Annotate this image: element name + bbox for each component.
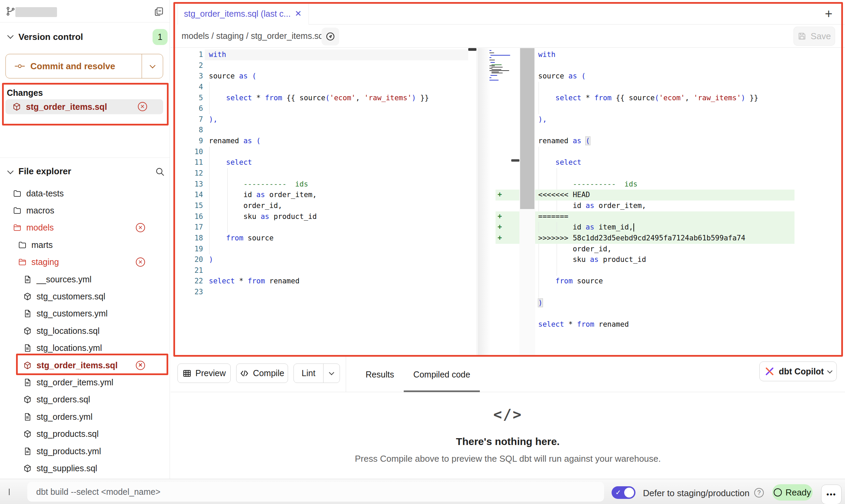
file-item-stg-products-yml[interactable]: stg_products.yml [0,443,170,460]
file-item-stg-locations-sql[interactable]: stg_locations.sql [0,322,170,339]
commit-and-resolve-main[interactable]: Commit and resolve [6,54,142,78]
line-number: 9 [171,137,203,145]
dbt-copilot-icon [764,366,775,376]
left-pane-scrollbar[interactable] [468,48,476,51]
file-item-stg-customers-sql[interactable]: stg_customers.sql [0,288,170,305]
folder-icon [13,206,22,215]
minimap-line [489,81,510,82]
code-text: with [538,50,556,59]
code-line-15: 15 order_id, [171,201,477,211]
code-text: sku as product_id [209,212,317,221]
scrollbar-thumb[interactable] [520,48,534,209]
file-item--sources-yml[interactable]: __sources.yml [0,271,170,288]
minimap-line [491,72,499,72]
code-text: select [209,158,252,166]
file-item-label: data-tests [26,189,64,198]
model-cube-icon [12,102,21,111]
commit-and-resolve-button[interactable]: Commit and resolve [5,54,163,78]
discard-change-icon[interactable]: ✕ [136,361,145,370]
code-line-19: 19 [171,244,477,255]
lineage-icon[interactable] [321,28,339,45]
save-button[interactable]: Save [793,27,835,46]
right-pane-scrollbar[interactable] [519,48,535,357]
minimap-line [489,70,509,71]
folder-open-icon [13,223,22,232]
file-item-label: stg_products.yml [37,446,101,456]
file-item-data-tests[interactable]: data-tests [0,185,170,202]
file-item-label: stg_customers.yml [37,309,108,318]
sidebar-border [170,0,170,479]
file-item-staging[interactable]: staging✕ [0,254,170,271]
preview-button[interactable]: Preview [177,364,231,383]
file-explorer-collapse-chevron[interactable] [7,168,13,174]
file-item-models[interactable]: models✕ [0,219,170,236]
code-text: ---------- ids [538,180,638,188]
minimap-line [489,77,491,78]
new-tab-button[interactable]: + [822,7,835,20]
discard-change-icon[interactable]: ✕ [136,257,145,267]
bottom-toolbar: Preview Compile Lint Results Compiled co… [171,357,845,392]
indent-guide [539,82,539,93]
minimap[interactable] [489,50,510,82]
lint-button[interactable]: Lint [294,364,323,383]
line-number: 18 [171,234,203,242]
code-text: with [209,50,226,59]
file-item-stg-products-sql[interactable]: stg_products.sql [0,426,170,443]
command-placeholder: dbt build --select <model_name> [36,487,160,497]
code-pane-original[interactable]: 1with23source as (45 select * from {{ so… [171,48,477,357]
file-item-macros[interactable]: macros [0,202,170,219]
file-item-stg-orders-yml[interactable]: stg_orders.yml [0,408,170,425]
file-item-stg-customers-yml[interactable]: stg_customers.yml [0,305,170,322]
minimap-line [489,56,510,57]
lint-dropdown-button[interactable] [323,364,340,383]
dbt-copilot-button[interactable]: dbt Copilot [759,361,837,381]
minimap-line [491,73,503,73]
folder-icon [13,189,22,198]
defer-label: Defer to staging/production [643,488,749,499]
file-item-stg-locations-yml[interactable]: stg_locations.yml [0,340,170,357]
file-item-stg-order-items-sql[interactable]: stg_order_items.sql✕ [0,357,170,374]
tab-compiled-code[interactable]: Compiled code [404,357,480,392]
doc-icon [23,309,32,318]
code-line-1: 1with [171,49,477,60]
changed-file-row[interactable]: stg_order_items.sql ✕ [5,99,163,114]
dbt-ide-app: Version control 1 Commit and resolve Cha… [0,0,845,504]
breadcrumb: models / staging / stg_order_items.sql [182,31,325,41]
discard-change-icon[interactable]: ✕ [138,102,147,111]
command-input[interactable]: dbt build --select <model_name> [27,482,604,502]
commit-dropdown-button[interactable] [142,54,163,78]
file-item-label: stg_order_items.yml [37,377,113,387]
collapse-command-bar-icon[interactable] [9,489,15,495]
help-icon[interactable]: ? [754,488,764,498]
line-number: 7 [171,115,203,123]
minimap-line [490,62,495,63]
more-options-button[interactable]: ••• [821,485,842,504]
minimap-line [489,54,510,54]
tab-stg-order-items[interactable]: stg_order_items.sql (last c... ✕ [177,3,309,25]
file-item-stg-orders-sql[interactable]: stg_orders.sql [0,391,170,408]
lint-split-button[interactable]: Lint [293,364,340,383]
empty-state-title: There's nothing here. [456,436,560,447]
discard-change-icon[interactable]: ✕ [136,223,145,232]
git-branch-icon [5,6,16,17]
code-text: >>>>>>> 58c1dd23d5eebd9cd2495fa7124ab61b… [538,234,745,242]
file-item-stg-order-items-yml[interactable]: stg_order_items.yml [0,374,170,391]
minimap-handle[interactable] [511,159,519,162]
file-item-label: stg_orders.yml [37,412,92,422]
defer-toggle[interactable]: ✓ [612,486,635,499]
tab-close-icon[interactable]: ✕ [295,9,302,18]
tab-results[interactable]: Results [362,357,398,392]
compile-button[interactable]: Compile [236,364,288,383]
minimap-line [489,79,510,79]
file-item-marts[interactable]: marts [0,236,170,253]
minimap-line [490,75,497,76]
version-control-collapse-chevron[interactable] [7,32,13,39]
pane-divider[interactable] [477,48,477,357]
file-item-stg-supplies-sql[interactable]: stg_supplies.sql [0,460,170,477]
copy-icon[interactable] [154,6,164,17]
minimap-line [489,51,510,52]
search-icon[interactable] [155,166,165,177]
minimap-line [489,60,495,60]
status-bar: dbt build --select <model_name> ✓ Defer … [0,479,845,504]
code-text: order_id, [209,202,282,210]
